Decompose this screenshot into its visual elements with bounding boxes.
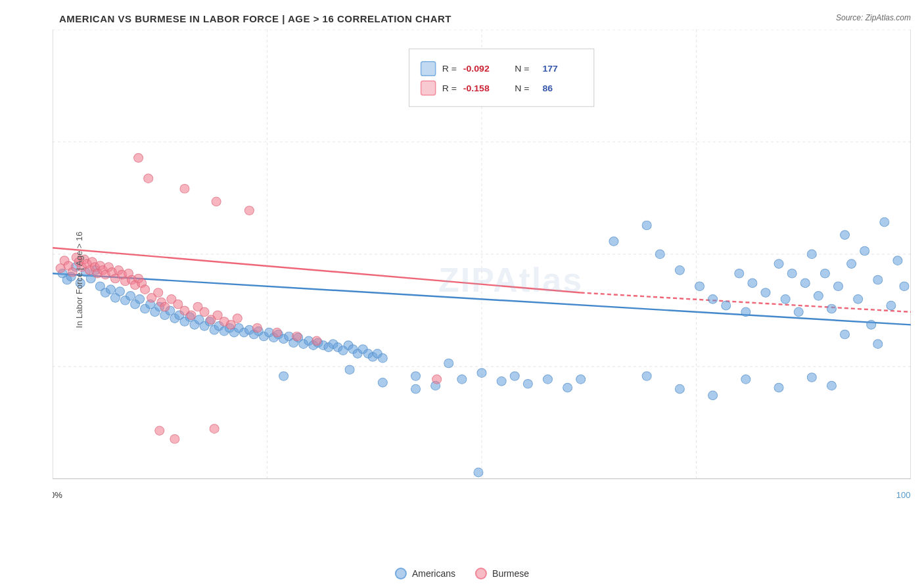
svg-point-130	[820, 269, 829, 278]
svg-point-123	[774, 259, 783, 269]
svg-point-43	[115, 287, 124, 296]
legend-item-burmese: Burmese	[475, 568, 529, 579]
svg-point-202	[180, 184, 189, 193]
svg-point-184	[160, 302, 170, 311]
svg-text:86: 86	[542, 83, 553, 93]
svg-text:0.0%: 0.0%	[53, 490, 62, 500]
svg-point-203	[212, 197, 221, 206]
svg-rect-21	[421, 62, 436, 76]
svg-point-41	[106, 285, 115, 294]
svg-point-103	[477, 369, 486, 378]
svg-point-105	[510, 372, 519, 381]
svg-point-180	[141, 285, 150, 294]
svg-point-47	[135, 294, 145, 304]
svg-point-115	[675, 266, 684, 275]
svg-text:100.0%: 100.0%	[896, 490, 911, 500]
svg-point-96	[378, 353, 387, 363]
svg-point-201	[144, 174, 153, 183]
svg-point-149	[841, 330, 850, 339]
svg-point-117	[708, 294, 718, 304]
svg-point-148	[807, 373, 816, 382]
legend-item-americans: Americans	[395, 568, 455, 579]
svg-point-182	[154, 288, 163, 298]
svg-point-121	[748, 279, 757, 288]
svg-point-138	[873, 275, 883, 284]
svg-point-195	[233, 314, 242, 323]
svg-point-147	[774, 383, 783, 392]
svg-point-122	[761, 288, 770, 298]
svg-point-109	[576, 375, 586, 384]
svg-point-132	[833, 282, 843, 291]
svg-point-207	[210, 424, 219, 434]
y-axis-label: In Labor Force | Age > 16	[74, 214, 84, 346]
svg-point-124	[781, 294, 790, 304]
svg-point-131	[827, 304, 836, 313]
chart-title: AMERICAN VS BURMESE IN LABOR FORCE | AGE…	[53, 13, 911, 24]
svg-text:177: 177	[542, 64, 558, 74]
svg-text:-0.092: -0.092	[463, 64, 490, 74]
legend-icon-americans	[395, 568, 407, 579]
svg-point-188	[187, 311, 196, 320]
chart-container: AMERICAN VS BURMESE IN LABOR FORCE | AGE…	[0, 0, 924, 586]
svg-text:R =: R =	[442, 83, 457, 93]
svg-point-140	[887, 301, 896, 310]
svg-point-145	[708, 391, 718, 400]
svg-point-150	[873, 340, 883, 349]
svg-point-112	[609, 237, 618, 246]
svg-point-104	[497, 377, 506, 386]
svg-point-128	[807, 250, 816, 259]
scatter-chart: 100.0% 80.0% 60.0% 40.0% 0.0% 100.0% R =…	[53, 30, 911, 530]
svg-point-107	[543, 375, 552, 384]
svg-point-139	[880, 217, 889, 227]
svg-text:-0.158: -0.158	[463, 83, 490, 93]
svg-point-108	[563, 383, 572, 392]
svg-point-198	[292, 332, 302, 341]
svg-point-99	[378, 378, 387, 387]
svg-point-133	[841, 231, 850, 240]
svg-point-208	[432, 375, 442, 384]
svg-point-127	[800, 279, 810, 288]
svg-point-205	[155, 426, 164, 436]
chart-area: In Labor Force | Age > 16 ZIPAtlas	[53, 30, 911, 530]
svg-point-116	[695, 282, 704, 291]
svg-point-126	[794, 307, 803, 317]
svg-point-197	[273, 328, 282, 337]
svg-point-144	[675, 384, 684, 394]
legend-label-burmese: Burmese	[492, 568, 529, 579]
svg-point-106	[523, 379, 532, 388]
svg-point-125	[787, 269, 797, 278]
svg-point-134	[847, 259, 856, 269]
svg-rect-20	[409, 49, 593, 106]
legend-icon-burmese	[475, 568, 487, 579]
svg-point-146	[741, 375, 751, 384]
svg-point-206	[170, 434, 179, 443]
svg-point-45	[126, 292, 135, 301]
svg-point-118	[722, 301, 731, 310]
svg-point-136	[860, 246, 869, 256]
svg-point-98	[345, 365, 354, 374]
legend-label-americans: Americans	[412, 568, 455, 579]
svg-point-129	[814, 292, 823, 301]
svg-point-204	[244, 206, 254, 215]
svg-rect-26	[421, 81, 436, 95]
svg-point-120	[741, 307, 751, 317]
svg-point-100	[411, 372, 421, 381]
svg-point-141	[893, 256, 902, 265]
svg-point-142	[900, 282, 909, 291]
svg-point-143	[642, 372, 651, 381]
svg-point-114	[655, 250, 664, 259]
svg-point-151	[827, 381, 836, 390]
svg-point-97	[279, 372, 289, 381]
svg-point-102	[457, 375, 467, 384]
svg-point-200	[134, 154, 143, 163]
svg-text:N =: N =	[515, 64, 529, 74]
svg-text:R =: R =	[442, 64, 457, 74]
source-text: Source: ZipAtlas.com	[836, 13, 911, 22]
svg-point-152	[474, 468, 483, 477]
svg-point-113	[642, 221, 651, 230]
svg-point-110	[411, 384, 421, 394]
svg-text:N =: N =	[515, 83, 529, 93]
svg-point-101	[444, 359, 453, 368]
svg-point-119	[735, 269, 744, 278]
svg-point-190	[200, 307, 209, 317]
